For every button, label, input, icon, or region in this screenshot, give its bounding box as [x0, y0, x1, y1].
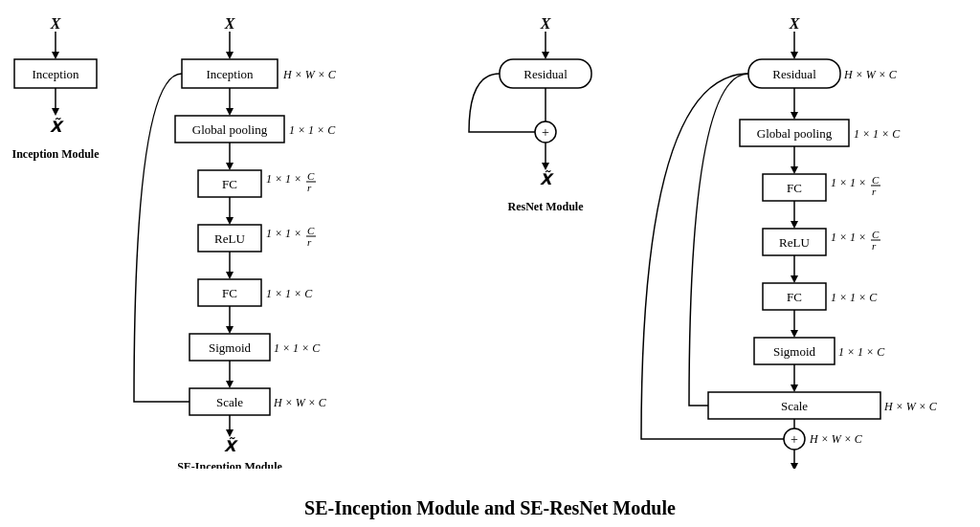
- se-inception-dim3c: r: [307, 236, 312, 248]
- se-inception-label: Inception: [206, 67, 254, 81]
- se-resnet-scale-label: Scale: [781, 399, 808, 413]
- se-resnet-dim2c: r: [872, 186, 877, 197]
- svg-marker-15: [226, 272, 234, 279]
- svg-marker-40: [791, 330, 798, 338]
- se-resnet-dim1: 1 × 1 × C: [854, 127, 901, 141]
- se-inception-relu-label: ReLU: [214, 231, 245, 246]
- svg-marker-42: [791, 384, 798, 392]
- se-resnet-fc1-label: FC: [787, 181, 802, 195]
- se-resnet-dim2a: 1 × 1 ×: [831, 176, 866, 189]
- se-inception-dim2c: r: [307, 182, 312, 193]
- se-inception-fc2-label: FC: [222, 286, 237, 300]
- bottom-caption: SE-Inception Module and SE-ResNet Module: [304, 497, 676, 518]
- se-inception-dim0: H × W × C: [282, 68, 337, 81]
- se-inception-dim6: H × W × C: [273, 396, 327, 409]
- se-resnet-plus: +: [791, 432, 798, 447]
- se-resnet-dim4: 1 × 1 × C: [831, 291, 878, 304]
- svg-marker-45: [791, 463, 798, 469]
- se-resnet-dim2b: C: [872, 174, 880, 186]
- svg-marker-12: [226, 217, 234, 225]
- se-resnet-x: X: [789, 15, 800, 32]
- bottom-caption-container: SE-Inception Module and SE-ResNet Module: [0, 497, 980, 519]
- inception-simple-label: Inception: [32, 67, 79, 81]
- svg-marker-38: [791, 275, 798, 283]
- inception-simple-output: X̃: [50, 118, 64, 135]
- inception-simple-x-label: X: [50, 15, 61, 32]
- se-inception-caption: SE-Inception Module: [177, 460, 282, 469]
- se-inception-dim2a: 1 × 1 ×: [266, 172, 301, 186]
- se-inception-dim2b: C: [307, 170, 315, 182]
- svg-marker-35: [791, 221, 798, 229]
- se-resnet-dim5: 1 × 1 × C: [838, 345, 885, 359]
- svg-marker-17: [226, 326, 234, 334]
- se-resnet-fc2-label: FC: [787, 290, 802, 304]
- svg-marker-9: [226, 163, 234, 170]
- se-inception-dim4: 1 × 1 × C: [266, 287, 313, 300]
- se-resnet-relu-label: ReLU: [779, 235, 810, 250]
- svg-marker-30: [791, 112, 798, 120]
- svg-marker-21: [226, 429, 234, 437]
- resnet-simple-label: Residual: [523, 67, 568, 81]
- svg-marker-5: [226, 52, 234, 59]
- se-resnet-gp-label: Global pooling: [757, 126, 833, 141]
- se-resnet-dim3b: C: [872, 229, 880, 240]
- svg-marker-19: [226, 381, 234, 388]
- svg-marker-7: [226, 108, 234, 116]
- se-inception-dim5: 1 × 1 × C: [274, 341, 321, 355]
- inception-simple-caption: Inception Module: [11, 147, 100, 161]
- resnet-simple-plus: +: [542, 125, 549, 140]
- diagrams-row: X Inception X̃ Inception Module X Incept…: [0, 0, 980, 527]
- se-inception-scale-label: Scale: [216, 395, 243, 409]
- se-resnet-sigmoid-label: Sigmoid: [773, 344, 816, 359]
- se-resnet-dim6: H × W × C: [883, 400, 938, 413]
- svg-marker-1: [52, 52, 59, 59]
- svg-marker-23: [542, 52, 549, 59]
- se-inception-sigmoid-label: Sigmoid: [209, 340, 252, 355]
- svg-marker-26: [542, 163, 549, 170]
- se-resnet-dim3c: r: [872, 240, 877, 252]
- se-inception-gp-label: Global pooling: [192, 122, 268, 137]
- se-resnet-dim-plus: H × W × C: [809, 432, 863, 446]
- se-inception-dim3a: 1 × 1 ×: [266, 227, 301, 240]
- svg-marker-32: [791, 166, 798, 174]
- se-inception-fc1-label: FC: [222, 177, 237, 191]
- resnet-simple-caption: ResNet Module: [508, 200, 585, 213]
- resnet-simple-x: X: [540, 15, 551, 32]
- se-inception-output: X̃: [224, 437, 238, 454]
- se-resnet-dim0: H × W × C: [843, 68, 898, 81]
- se-inception-dim1: 1 × 1 × C: [289, 123, 336, 137]
- svg-marker-28: [791, 52, 798, 59]
- se-inception-dim3b: C: [307, 225, 315, 236]
- se-inception-x-label: X: [224, 15, 235, 32]
- se-resnet-dim3a: 1 × 1 ×: [831, 231, 866, 244]
- svg-marker-3: [52, 108, 59, 116]
- main-container: X Inception X̃ Inception Module X Incept…: [0, 0, 980, 527]
- se-resnet-residual-label: Residual: [772, 67, 816, 81]
- resnet-simple-output: X̃: [540, 170, 554, 187]
